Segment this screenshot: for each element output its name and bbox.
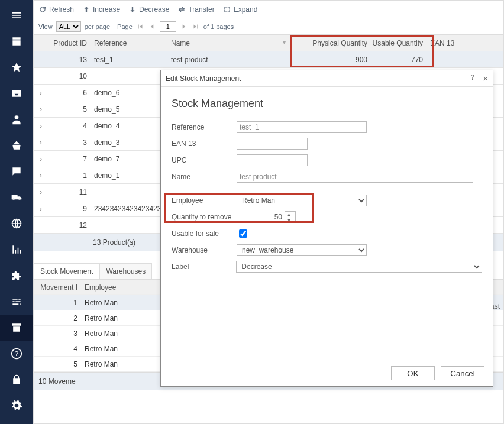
cell-phys: 900 xyxy=(288,56,371,64)
name-field xyxy=(237,171,473,183)
cell-ref: demo_1 xyxy=(91,171,167,180)
col-movement-id[interactable]: Movement I xyxy=(34,283,81,292)
arrow-down-icon xyxy=(128,5,137,14)
store-icon[interactable] xyxy=(0,28,33,54)
col-ean13[interactable]: EAN 13 xyxy=(427,39,474,47)
col-name[interactable]: Name▾ xyxy=(167,39,288,47)
cell-ref: demo_5 xyxy=(91,105,167,114)
arrow-up-icon xyxy=(82,5,91,14)
qty-down[interactable]: ▼ xyxy=(285,217,293,223)
globe-icon[interactable] xyxy=(0,211,33,237)
chart-icon[interactable] xyxy=(0,237,33,263)
cell-ref: demo_3 xyxy=(91,138,167,147)
last-page-icon[interactable] xyxy=(192,22,200,31)
reference-field xyxy=(237,121,367,133)
quantity-stepper[interactable]: ▲▼ xyxy=(237,211,296,223)
warehouse-label: Warehouse xyxy=(172,246,237,254)
first-page-icon[interactable] xyxy=(136,22,144,31)
view-label: View xyxy=(38,23,53,30)
expand-toggle[interactable]: › xyxy=(34,171,48,180)
decrease-button[interactable]: Decrease xyxy=(128,5,169,14)
modal-heading: Stock Management xyxy=(172,98,482,110)
star-icon[interactable] xyxy=(0,54,33,80)
table-row[interactable]: 13test_1test product900770 xyxy=(34,51,503,68)
quantity-label: Quantity to remove xyxy=(172,213,237,221)
upc-label: UPC xyxy=(172,156,237,164)
sliders-icon[interactable] xyxy=(0,289,33,315)
label-select[interactable]: Decrease xyxy=(236,261,482,273)
expand-toggle[interactable]: › xyxy=(34,188,48,196)
ok-button[interactable]: OK xyxy=(391,366,435,380)
basket-icon[interactable] xyxy=(0,132,33,158)
modal-close-icon[interactable]: × xyxy=(483,73,488,83)
expand-toggle[interactable]: › xyxy=(34,205,48,213)
help-icon[interactable]: ? xyxy=(0,341,33,367)
ean13-label: EAN 13 xyxy=(172,140,237,148)
prev-page-icon[interactable] xyxy=(148,22,156,31)
expand-toggle[interactable]: › xyxy=(34,105,48,114)
tab-stock-movement[interactable]: Stock Movement xyxy=(34,263,99,279)
svg-text:?: ? xyxy=(15,349,19,357)
page-input[interactable] xyxy=(160,21,176,32)
increase-label: Increase xyxy=(93,5,120,14)
transfer-label: Transfer xyxy=(188,5,214,14)
inbox-icon[interactable] xyxy=(0,80,33,106)
col-reference[interactable]: Reference xyxy=(91,39,167,47)
transfer-button[interactable]: Transfer xyxy=(177,5,214,14)
cell-ref: 234234234234234234 xyxy=(91,205,167,213)
cancel-button[interactable]: Cancel xyxy=(441,366,484,380)
stock-modal: Edit Stock Management ? × Stock Manageme… xyxy=(160,70,493,387)
truck-icon[interactable] xyxy=(0,185,33,211)
usable-label: Usable for sale xyxy=(172,229,237,238)
employee-label: Employee xyxy=(172,196,237,205)
cell-usable: 770 xyxy=(371,56,427,64)
employee-select[interactable]: Retro Man xyxy=(237,195,367,206)
transfer-icon xyxy=(177,5,186,14)
cell-mv-id: 2 xyxy=(34,314,81,322)
warehouse-select[interactable]: new_warehouse xyxy=(237,244,367,256)
cell-id: 6 xyxy=(48,89,91,97)
cell-id: 13 xyxy=(48,56,91,64)
expand-toggle[interactable]: › xyxy=(34,122,48,130)
refresh-button[interactable]: Refresh xyxy=(38,5,74,14)
cell-id: 7 xyxy=(48,155,91,163)
person-icon[interactable] xyxy=(0,106,33,132)
expand-label: Expand xyxy=(234,5,258,14)
filter-icon[interactable]: ▾ xyxy=(283,39,286,46)
cell-ref: demo_4 xyxy=(91,122,167,130)
cell-mv-id: 1 xyxy=(34,299,81,307)
archive-icon[interactable] xyxy=(0,315,33,341)
view-select[interactable]: ALL xyxy=(56,21,81,32)
modal-help-icon[interactable]: ? xyxy=(471,73,475,83)
tab-warehouses[interactable]: Warehouses xyxy=(99,263,152,279)
toolbar: Refresh Increase Decrease Transfer Expan… xyxy=(34,1,503,18)
expand-button[interactable]: Expand xyxy=(223,5,258,14)
quantity-input[interactable] xyxy=(237,211,285,223)
next-page-icon[interactable] xyxy=(180,22,188,31)
usable-checkbox[interactable] xyxy=(239,229,247,238)
cell-id: 1 xyxy=(48,171,91,180)
lock-icon[interactable] xyxy=(0,367,33,393)
upc-field xyxy=(237,154,308,166)
menu-icon[interactable] xyxy=(0,2,33,28)
expand-toggle[interactable]: › xyxy=(34,138,48,147)
qty-up[interactable]: ▲ xyxy=(285,211,293,217)
expand-toggle[interactable]: › xyxy=(34,89,48,97)
gear-icon[interactable] xyxy=(0,393,33,419)
cell-ref: test_1 xyxy=(91,56,167,64)
page-label: Page xyxy=(117,23,133,30)
col-product-id[interactable]: Product ID xyxy=(48,39,91,47)
cell-name: test product xyxy=(167,56,288,64)
cell-mv-id: 5 xyxy=(34,360,81,368)
col-phys-qty[interactable]: Physical Quantity xyxy=(288,39,371,47)
pager: View ALL per page Page of 1 pages xyxy=(34,18,503,35)
reference-label: Reference xyxy=(172,123,237,131)
col-usable-qty[interactable]: Usable Quantity xyxy=(371,39,427,47)
increase-button[interactable]: Increase xyxy=(82,5,120,14)
cell-id: 3 xyxy=(48,138,91,147)
chat-icon[interactable] xyxy=(0,158,33,185)
expand-icon xyxy=(223,5,231,14)
expand-toggle[interactable]: › xyxy=(34,155,48,163)
puzzle-icon[interactable] xyxy=(0,263,33,289)
modal-title: Edit Stock Management xyxy=(166,75,241,83)
